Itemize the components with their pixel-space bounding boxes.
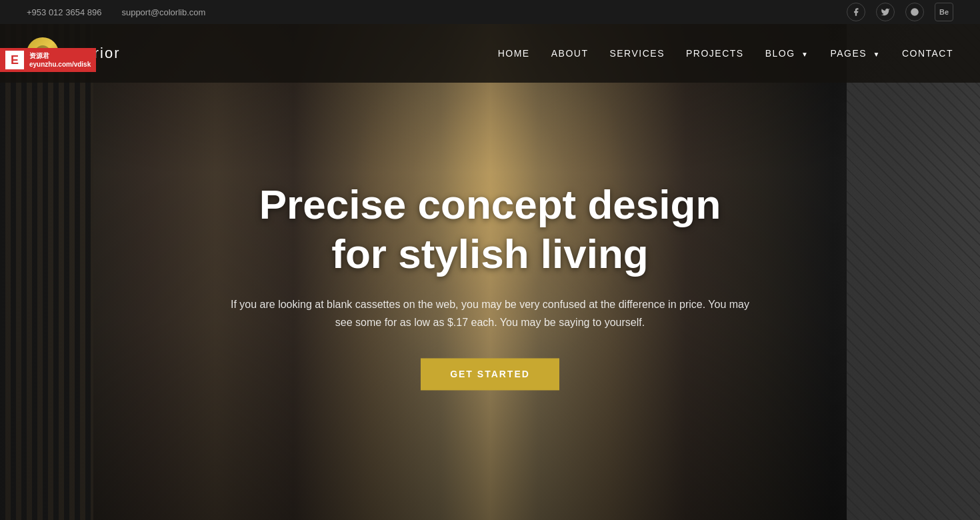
watermark-badge: E 资源君 eyunzhu.com/vdisk bbox=[0, 48, 96, 72]
nav-item-services[interactable]: SERVICES bbox=[609, 47, 665, 59]
nav-item-contact[interactable]: CONTACT bbox=[902, 47, 953, 59]
topbar-contact-info: +953 012 3654 896 support@colorlib.com bbox=[27, 7, 205, 17]
dribbble-link[interactable] bbox=[905, 3, 924, 21]
hero-subtitle: If you are looking at blank cassettes on… bbox=[223, 295, 757, 331]
nav-item-pages[interactable]: PAGES ▼ bbox=[830, 47, 881, 59]
email-address: support@colorlib.com bbox=[121, 7, 205, 17]
nav-home-link[interactable]: HOME bbox=[498, 48, 530, 59]
twitter-link[interactable] bbox=[876, 3, 895, 21]
behance-link[interactable]: Be bbox=[935, 3, 953, 21]
phone-number: +953 012 3654 896 bbox=[27, 7, 101, 17]
hero-title: Precise concept design for stylish livin… bbox=[190, 180, 790, 279]
watermark-text: 资源君 eyunzhu.com/vdisk bbox=[29, 51, 91, 69]
twitter-icon bbox=[881, 7, 890, 17]
facebook-icon bbox=[851, 7, 861, 17]
nav-item-home[interactable]: HOME bbox=[498, 47, 530, 59]
hero-blinds-decoration bbox=[0, 24, 93, 520]
nav-links: HOME ABOUT SERVICES PROJECTS BLOG ▼ PAGE… bbox=[498, 47, 953, 59]
hero-content: Precise concept design for stylish livin… bbox=[190, 180, 790, 390]
nav-about-link[interactable]: ABOUT bbox=[551, 48, 589, 59]
svg-point-0 bbox=[911, 8, 919, 16]
social-links: Be bbox=[847, 3, 953, 21]
nav-contact-link[interactable]: CONTACT bbox=[902, 48, 953, 59]
watermark-letter: E bbox=[5, 51, 24, 69]
navbar: E 资源君 eyunzhu.com/vdisk Interior HOME AB… bbox=[0, 24, 980, 83]
hero-pattern-decoration bbox=[847, 24, 980, 520]
nav-blog-link[interactable]: BLOG ▼ bbox=[765, 48, 809, 59]
facebook-link[interactable] bbox=[847, 3, 865, 21]
blog-dropdown-arrow: ▼ bbox=[801, 51, 809, 58]
pages-dropdown-arrow: ▼ bbox=[873, 51, 880, 58]
nav-item-projects[interactable]: PROJECTS bbox=[686, 47, 744, 59]
topbar: +953 012 3654 896 support@colorlib.com B… bbox=[0, 0, 980, 24]
nav-pages-link[interactable]: PAGES ▼ bbox=[830, 48, 881, 59]
nav-services-link[interactable]: SERVICES bbox=[609, 48, 665, 59]
nav-item-about[interactable]: ABOUT bbox=[551, 47, 589, 59]
cta-button[interactable]: GET STARTED bbox=[421, 359, 559, 391]
dribbble-icon bbox=[910, 7, 919, 17]
nav-projects-link[interactable]: PROJECTS bbox=[686, 48, 744, 59]
hero-section: E 资源君 eyunzhu.com/vdisk Interior HOME AB… bbox=[0, 24, 980, 520]
nav-item-blog[interactable]: BLOG ▼ bbox=[765, 47, 809, 59]
